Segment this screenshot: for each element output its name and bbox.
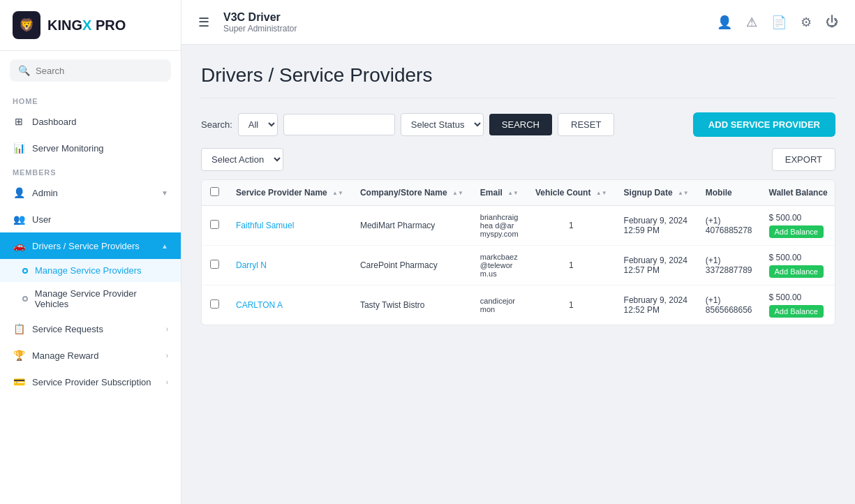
subscription-icon: 💳 [13,376,25,388]
section-members: MEMBERS [0,161,181,179]
row-checkbox[interactable] [210,299,219,309]
search-input[interactable] [36,66,163,76]
add-balance-button[interactable]: Add Balance [769,265,824,278]
sort-icon[interactable]: ▲▼ [507,191,519,196]
sort-icon[interactable]: ▲▼ [596,191,607,196]
chevron-right-icon: › [166,352,168,360]
cell-email: brianhcraighea d@armyspy.com [472,206,527,246]
th-vehicle-count: Vehicle Count ▲▼ [527,180,616,206]
document-icon[interactable]: 📄 [771,15,787,30]
brand-logo: 🦁 KINGX PRO [0,0,181,51]
cell-email: markcbaez@teleworm.us [472,246,527,286]
search-input[interactable] [283,114,395,135]
cell-name: Darryl N [228,246,352,286]
reset-button[interactable]: RESET [558,113,614,136]
sidebar-item-subscription[interactable]: 💳 Service Provider Subscription › [0,369,181,395]
search-all-select[interactable]: All [238,113,278,136]
sidebar-item-label: Server Monitoring [32,143,104,154]
service-providers-table: Service Provider Name ▲▼ Company/Store N… [201,179,835,325]
sidebar-subitem-manage-vehicles[interactable]: Manage Service Provider Vehicles [0,282,181,316]
provider-name-link[interactable]: CARLTON A [236,300,283,310]
page-title: Drivers / Service Providers [201,64,835,98]
select-action-dropdown[interactable]: Select Action [201,148,283,171]
user-profile-icon[interactable]: 👤 [717,15,732,30]
status-select[interactable]: Select Status [401,113,484,136]
select-all-checkbox[interactable] [210,187,219,196]
sidebar-item-drivers[interactable]: 🚗 Drivers / Service Providers ▲ [0,232,181,259]
sidebar-item-label: Service Requests [32,324,103,334]
cell-mobile: (+1) 3372887789 [697,246,761,286]
filter-bar: Search: All Select Status SEARCH RESET A… [201,112,835,137]
topbar-subtitle: Super Administrator [223,24,297,34]
table-row: Darryl N CarePoint Pharmacy markcbaez@te… [202,246,835,286]
sidebar-search[interactable]: 🔍 [10,59,171,82]
export-button[interactable]: EXPORT [772,148,835,171]
add-balance-button[interactable]: Add Balance [769,305,824,318]
dashboard-icon: ⊞ [13,115,25,128]
provider-name-link[interactable]: Darryl N [236,260,267,270]
cell-company: MediMart Pharmacy [352,206,472,246]
admin-icon: 👤 [13,186,25,199]
drivers-icon: 🚗 [13,239,25,252]
row-checkbox[interactable] [210,260,219,269]
sort-icon[interactable]: ▲▼ [332,191,343,196]
row-checkbox-cell [202,286,228,325]
cell-mobile: (+1) 4076885278 [697,206,761,246]
sidebar-item-admin[interactable]: 👤 Admin ▼ [0,179,181,206]
sidebar-item-label: Admin [32,188,58,198]
sidebar-item-manage-reward[interactable]: 🏆 Manage Reward › [0,342,181,369]
table-row: CARLTON A Tasty Twist Bistro candicejorm… [202,286,835,325]
sidebar-subitem-manage-service-providers[interactable]: Manage Service Providers [0,259,181,282]
sidebar-subitem-label: Manage Service Providers [35,265,141,276]
sidebar-item-label: User [32,214,51,225]
sidebar-item-dashboard[interactable]: ⊞ Dashboard [0,108,181,135]
th-company: Company/Store Name ▲▼ [352,180,472,206]
cell-wallet: $ 500.00 Add Balance [761,246,835,286]
topbar: ☰ V3C Driver Super Administrator 👤 ⚠ 📄 ⚙… [181,0,855,45]
sidebar-item-service-requests[interactable]: 📋 Service Requests › [0,316,181,342]
cell-company: Tasty Twist Bistro [352,286,472,325]
cell-company: CarePoint Pharmacy [352,246,472,286]
add-balance-button[interactable]: Add Balance [769,225,824,238]
th-name: Service Provider Name ▲▼ [228,180,352,206]
row-checkbox-cell [202,246,228,286]
sidebar-item-user[interactable]: 👥 User [0,206,181,232]
add-service-provider-button[interactable]: ADD SERVICE PROVIDER [693,112,835,137]
row-checkbox[interactable] [210,220,219,229]
cell-name: CARLTON A [228,286,352,325]
cell-name: Faithful Samuel [228,206,352,246]
power-icon[interactable]: ⏻ [826,15,838,29]
chevron-right-icon: › [166,378,168,386]
th-signup-date: Signup Date ▲▼ [616,180,697,206]
sidebar-subitem-label: Manage Service Provider Vehicles [35,288,168,309]
sidebar-item-server-monitoring[interactable]: 📊 Server Monitoring [0,135,181,161]
sidebar-item-label: Drivers / Service Providers [32,241,140,251]
cell-vehicle-count: 1 [527,286,616,325]
user-icon: 👥 [13,213,25,225]
row-checkbox-cell [202,206,228,246]
sort-icon[interactable]: ▲▼ [678,191,689,196]
sidebar-item-label: Service Provider Subscription [32,377,151,387]
search-label: Search: [201,119,232,130]
settings-icon[interactable]: ⚙ [801,15,812,30]
cell-vehicle-count: 1 [527,246,616,286]
cell-wallet: $ 500.00 Add Balance [761,206,835,246]
cell-signup-date: February 9, 2024 12:59 PM [616,206,697,246]
search-button[interactable]: SEARCH [489,114,552,135]
topbar-icons: 👤 ⚠ 📄 ⚙ ⏻ [717,15,838,30]
sidebar-item-label: Manage Reward [32,350,98,361]
cell-signup-date: February 9, 2024 12:57 PM [616,246,697,286]
sort-icon[interactable]: ▲▼ [452,191,463,196]
action-bar: Select Action EXPORT [201,148,835,171]
page-content: Drivers / Service Providers Search: All … [181,45,855,504]
service-requests-icon: 📋 [13,323,25,335]
provider-name-link[interactable]: Faithful Samuel [236,221,294,230]
hamburger-icon[interactable]: ☰ [198,15,209,30]
section-home: HOME [0,90,181,108]
logo-icon: 🦁 [13,11,40,39]
main-content: ☰ V3C Driver Super Administrator 👤 ⚠ 📄 ⚙… [181,0,855,504]
cell-wallet: $ 500.00 Add Balance [761,286,835,325]
alert-icon[interactable]: ⚠ [746,15,757,30]
cell-mobile: (+1) 8565668656 [697,286,761,325]
reward-icon: 🏆 [13,349,25,362]
